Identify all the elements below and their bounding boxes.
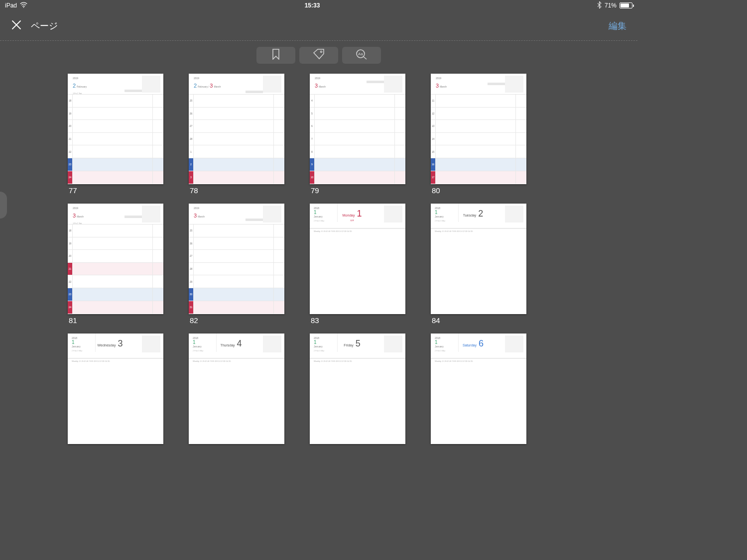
filter-tags[interactable] bbox=[299, 47, 338, 64]
mini-calendar bbox=[367, 76, 402, 93]
wifi-icon bbox=[20, 2, 27, 9]
page-thumbnail[interactable]: 2018 1 January 2 Feb 3 Mar Friday 5 Week… bbox=[310, 334, 405, 444]
filter-bar: Aa bbox=[0, 47, 637, 64]
thumbnail-cell: 2018 1 January 2 Feb 3 Mar Thursday 4 We… bbox=[189, 334, 284, 446]
thumbnail-cell: 2018 1 January 2 Feb 3 Mar Monday 1 元旦 W… bbox=[310, 204, 405, 325]
thumbnail-scroll[interactable]: 2019 2February 1 Fri 2 Sat 1819202122232… bbox=[0, 73, 637, 478]
page-number: 79 bbox=[310, 186, 405, 195]
filter-text-search[interactable]: Aa bbox=[342, 47, 381, 64]
thumbnail-cell: 2018 1 January 2 Feb 3 Mar Wednesday 3 W… bbox=[68, 334, 163, 446]
page-number: 82 bbox=[189, 316, 284, 325]
device-label: iPad bbox=[5, 2, 17, 9]
bluetooth-icon bbox=[597, 1, 602, 10]
svg-point-0 bbox=[23, 6, 24, 7]
page-thumbnail[interactable]: 2019 2February / 3March 25262728123 bbox=[189, 74, 284, 184]
app-bar: ページ 編集 bbox=[0, 11, 637, 41]
mini-calendar bbox=[367, 206, 402, 223]
mini-calendar bbox=[246, 206, 281, 223]
svg-point-1 bbox=[320, 51, 322, 52]
filter-bookmarks[interactable] bbox=[256, 47, 295, 64]
page-thumbnail[interactable]: 2018 1 January 2 Feb 3 Mar Monday 1 元旦 W… bbox=[310, 204, 405, 314]
mini-calendar bbox=[124, 76, 160, 93]
mini-calendar bbox=[488, 206, 523, 223]
page-number: 81 bbox=[68, 316, 163, 325]
thumbnail-cell: 2018 1 January 2 Feb 3 Mar Saturday 6 We… bbox=[431, 334, 526, 446]
page-number: 78 bbox=[189, 186, 284, 195]
thumbnail-cell: 2019 3March 1 Fri 2 Sat 18192021222324 8… bbox=[68, 204, 163, 325]
ios-status-bar: iPad 15:33 71% bbox=[0, 0, 637, 11]
page-thumbnail[interactable]: 2019 3March 45678910 bbox=[310, 74, 405, 184]
edit-button[interactable]: 編集 bbox=[609, 20, 626, 32]
page-thumbnail[interactable]: 2018 1 January 2 Feb 3 Mar Thursday 4 We… bbox=[189, 334, 284, 444]
text-search-icon: Aa bbox=[356, 49, 368, 62]
page-title: ページ bbox=[31, 20, 58, 32]
thumbnail-cell: 2019 2February / 3March 25262728123 78 bbox=[189, 74, 284, 195]
clock: 15:33 bbox=[305, 2, 320, 9]
svg-text:Aa: Aa bbox=[358, 52, 363, 56]
battery-icon bbox=[620, 2, 632, 8]
battery-pct: 71% bbox=[605, 2, 617, 9]
mini-calendar bbox=[124, 336, 160, 352]
mini-calendar bbox=[246, 336, 281, 352]
page-thumbnail[interactable]: 2018 1 January 2 Feb 3 Mar Wednesday 3 W… bbox=[68, 334, 163, 444]
page-number: 80 bbox=[431, 186, 526, 195]
bookmark-icon bbox=[271, 49, 280, 62]
tag-icon bbox=[313, 49, 325, 62]
thumbnail-cell: 2018 1 January 2 Feb 3 Mar Tuesday 2 Wee… bbox=[431, 204, 526, 325]
page-thumbnail[interactable]: 2019 3March 11121314151617 bbox=[431, 74, 526, 184]
thumbnail-cell: 2019 3March 11121314151617 80 bbox=[431, 74, 526, 195]
page-thumbnail[interactable]: 2018 1 January 2 Feb 3 Mar Saturday 6 We… bbox=[431, 334, 526, 444]
thumbnail-cell: 2018 1 January 2 Feb 3 Mar Friday 5 Week… bbox=[310, 334, 405, 446]
page-thumbnail[interactable]: 2019 2February 1 Fri 2 Sat 1819202122232… bbox=[68, 74, 163, 184]
page-thumbnail[interactable]: 2019 3March 25262728293031 bbox=[189, 204, 284, 314]
mini-calendar bbox=[124, 206, 160, 223]
mini-calendar bbox=[488, 76, 523, 93]
thumbnail-cell: 2019 3March 45678910 79 bbox=[310, 74, 405, 195]
mini-calendar bbox=[488, 336, 523, 352]
page-number: 84 bbox=[431, 316, 526, 325]
mini-calendar bbox=[367, 336, 402, 352]
page-number: 83 bbox=[310, 316, 405, 325]
close-icon[interactable] bbox=[11, 19, 22, 32]
thumbnail-cell: 2019 3March 25262728293031 82 bbox=[189, 204, 284, 325]
mini-calendar bbox=[246, 76, 281, 93]
page-thumbnail[interactable]: 2018 1 January 2 Feb 3 Mar Tuesday 2 Wee… bbox=[431, 204, 526, 314]
thumbnail-cell: 2019 2February 1 Fri 2 Sat 1819202122232… bbox=[68, 74, 163, 195]
page-thumbnail[interactable]: 2019 3March 1 Fri 2 Sat 18192021222324 bbox=[68, 204, 163, 314]
page-number: 77 bbox=[68, 186, 163, 195]
